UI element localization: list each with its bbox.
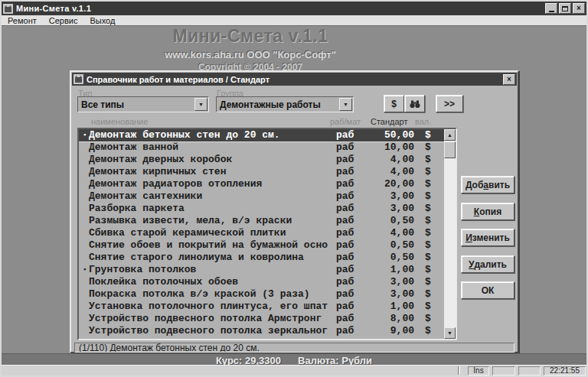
row-name: Сбивка старой керамической плитки [89, 227, 286, 239]
chevron-down-icon[interactable]: ▼ [194, 98, 207, 111]
status-panel-empty-1 [492, 366, 515, 375]
row-currency: $ [425, 154, 431, 166]
row-currency: $ [425, 166, 431, 178]
label-part: далить [474, 259, 507, 270]
row-price: 3,00 [353, 190, 414, 203]
row-price: 3,00 [353, 276, 414, 288]
table-row[interactable]: Снятие старого линолиума и ковролинараб0… [79, 252, 444, 264]
type-value: Все типы [81, 99, 124, 110]
row-price: 3,00 [353, 203, 414, 215]
search-button[interactable] [404, 95, 425, 112]
row-price: 20,00 [353, 178, 414, 190]
close-icon: × [577, 5, 581, 12]
menu-item-remont[interactable]: Ремонт [2, 16, 43, 25]
table-row[interactable]: Установка потолочного плинтуса, его шпат… [79, 301, 444, 313]
row-price: 4,00 [353, 227, 414, 239]
menu-item-servis[interactable]: Сервис [43, 16, 84, 25]
row-currency: $ [425, 288, 431, 301]
label-hotkey: У [469, 259, 474, 270]
label-hotkey: а [483, 180, 488, 190]
row-kind: раб [336, 264, 354, 276]
row-price: 9,00 [353, 325, 414, 337]
row-kind: раб [336, 203, 354, 215]
row-price: 10,00 [353, 141, 414, 154]
table-row[interactable]: Устройство подвесного потолка зеркальног… [79, 325, 444, 337]
group-select[interactable]: Демонтажные работы ▼ [216, 96, 354, 112]
row-name: Размывка извести, мела, в/э краски [89, 215, 292, 227]
currency-toggle-button[interactable]: $ [384, 95, 404, 112]
table-row[interactable]: Демонтаж кирпичных стенраб4,00$ [79, 166, 444, 178]
table-row[interactable]: Разборка паркетараб3,00$ [79, 203, 444, 215]
minimize-button[interactable] [545, 3, 557, 14]
ok-button[interactable]: ОК [461, 281, 514, 299]
row-name: Грунтовка потолков [89, 264, 196, 276]
app-icon [3, 4, 13, 14]
splash-block: Мини-Смета v.1.1 www.kors.aha.ru ООО "Ко… [2, 26, 499, 73]
row-kind: раб [336, 166, 354, 178]
table-row[interactable]: Покраска потолка в/э краской (3 раза)раб… [79, 288, 444, 301]
table-row[interactable]: Демонтаж ваннойраб10,00$ [79, 141, 444, 154]
table-row[interactable]: ▪Демонтаж бетонных стен до 20 см.раб50,0… [79, 129, 444, 141]
table-row[interactable]: Устройство подвесного потолка Армстронгр… [79, 313, 444, 325]
chevron-down-icon[interactable]: ▼ [339, 98, 352, 111]
splash-subtitle: www.kors.aha.ru ООО "Корс-Софт" [2, 49, 499, 60]
table-row[interactable]: Демонтаж дверных коробокраб4,00$ [79, 154, 444, 166]
expand-button[interactable]: >> [436, 95, 463, 112]
table-row[interactable]: Демонтаж радиаторов отопленияраб20,00$ [79, 178, 444, 190]
row-name: Снятие обоев и покрытий на бумажной осно [89, 239, 328, 252]
add-button[interactable]: Добавить [461, 176, 514, 193]
row-currency: $ [425, 129, 431, 141]
row-currency: $ [425, 252, 431, 264]
label-part: зменить [472, 232, 510, 243]
row-name: Поклейка потолочных обоев [89, 276, 238, 288]
scroll-up-button[interactable]: ▲ [444, 129, 456, 141]
table-row[interactable]: Демонтаж сантехникираб3,00$ [79, 190, 444, 203]
label-part: Доб [466, 180, 483, 190]
dropdown-arrow-glyph: ▼ [343, 102, 348, 107]
table-row[interactable]: Сбивка старой керамической плиткираб4,00… [79, 227, 444, 239]
label-hotkey: И [466, 232, 472, 243]
table-row[interactable]: ▪Грунтовка потолковраб1,00$ [79, 264, 444, 276]
status-bar: Ins 22:21:55 [2, 365, 586, 375]
row-kind: раб [336, 215, 354, 227]
work-list-rows: ▪Демонтаж бетонных стен до 20 см.раб50,0… [79, 129, 444, 339]
scroll-thumb[interactable] [444, 141, 456, 158]
vertical-scrollbar[interactable]: ▲ ▼ [444, 129, 456, 339]
row-kind: раб [336, 227, 354, 239]
delete-button[interactable]: Удалить [461, 255, 514, 273]
scroll-down-button[interactable]: ▼ [444, 327, 456, 339]
row-kind: раб [336, 129, 354, 141]
row-currency: $ [425, 227, 431, 239]
column-header-currency: вал. [415, 117, 431, 126]
close-button[interactable]: × [573, 3, 585, 14]
row-currency: $ [425, 264, 431, 276]
label-part: опия [479, 206, 501, 217]
main-window: Мини-Смета v.1.1 × Ремонт Сервис Выход М… [0, 0, 588, 377]
row-marker: ▪ [83, 264, 87, 276]
title-bar: Мини-Смета v.1.1 × [2, 2, 586, 15]
copy-button[interactable]: Копия [461, 203, 514, 220]
row-marker: ▪ [83, 129, 87, 141]
label-part: ОК [482, 285, 495, 296]
maximize-icon [562, 6, 568, 11]
edit-button[interactable]: Изменить [461, 229, 514, 246]
row-name: Разборка паркета [89, 203, 185, 215]
column-header-standard: Стандарт [371, 117, 408, 126]
row-kind: раб [336, 178, 354, 190]
table-row[interactable]: Поклейка потолочных обоевраб3,00$ [79, 276, 444, 288]
row-name: Демонтаж бетонных стен до 20 см. [89, 129, 280, 141]
type-select[interactable]: Все типы ▼ [77, 96, 209, 112]
row-currency: $ [425, 276, 431, 288]
table-row[interactable]: Размывка извести, мела, в/э краскираб0,5… [79, 215, 444, 227]
label-hotkey: К [474, 206, 479, 217]
dialog-icon [74, 74, 83, 84]
row-price: 8,00 [353, 313, 414, 325]
statusbar-divider [458, 366, 460, 375]
row-name: Демонтаж дверных коробок [89, 154, 232, 166]
dialog-close-button[interactable]: × [503, 74, 515, 85]
menu-item-vyhod[interactable]: Выход [83, 16, 121, 25]
row-price: 0,50 [353, 239, 414, 252]
table-row[interactable]: Снятие обоев и покрытий на бумажной осно… [79, 239, 444, 252]
ins-indicator: Ins [468, 366, 489, 375]
maximize-button[interactable] [559, 3, 571, 14]
